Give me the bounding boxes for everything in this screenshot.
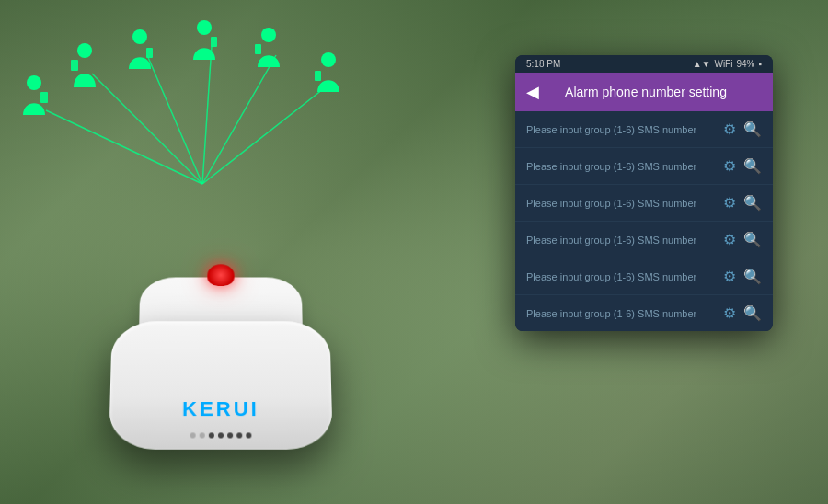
svg-point-14	[261, 28, 276, 42]
person-icon-3	[124, 28, 156, 77]
status-icons: ▲▼ WiFi 94% ▪	[693, 59, 762, 69]
gear-icon-1[interactable]: ⚙	[723, 120, 736, 138]
person-icon-1	[18, 74, 51, 123]
signal-icon: ▲▼	[693, 59, 711, 69]
led-1	[190, 432, 196, 438]
led-3	[209, 432, 214, 438]
status-time: 5:18 PM	[526, 59, 560, 69]
svg-point-6	[27, 75, 41, 90]
back-button[interactable]: ◀	[526, 82, 539, 102]
led-2	[200, 432, 205, 438]
panel-title: Alarm phone number setting	[548, 85, 762, 99]
battery-level: 94%	[736, 59, 754, 69]
device-body: KERUI	[109, 321, 333, 449]
phone-input-placeholder-2[interactable]: Please input group (1-6) SMS number	[526, 161, 716, 172]
wifi-icon: WiFi	[714, 59, 732, 69]
gear-icon-5[interactable]: ⚙	[723, 268, 736, 285]
search-icon-3[interactable]: 🔍	[743, 194, 762, 212]
svg-line-1	[92, 74, 202, 184]
svg-line-5	[202, 83, 331, 184]
phone-list-item-5: Please input group (1-6) SMS number⚙🔍	[515, 258, 773, 295]
kerui-device: KERUI	[109, 321, 333, 449]
brand-logo: KERUI	[182, 397, 259, 421]
phone-list-item-4: Please input group (1-6) SMS number⚙🔍	[515, 222, 773, 258]
svg-point-16	[321, 52, 336, 67]
svg-rect-13	[211, 37, 217, 47]
phone-list-item-6: Please input group (1-6) SMS number⚙🔍	[515, 295, 773, 331]
svg-rect-7	[40, 92, 48, 103]
person-icon-6	[313, 51, 345, 100]
svg-rect-17	[315, 71, 321, 81]
phone-panel: 5:18 PM ▲▼ WiFi 94% ▪ ◀ Alarm phone numb…	[515, 55, 773, 331]
panel-header: ◀ Alarm phone number setting	[515, 73, 773, 111]
svg-rect-15	[255, 44, 261, 54]
battery-icon: ▪	[758, 59, 762, 69]
search-icon-2[interactable]: 🔍	[743, 157, 762, 175]
phone-list-item-1: Please input group (1-6) SMS number⚙🔍	[515, 111, 773, 148]
phone-input-placeholder-5[interactable]: Please input group (1-6) SMS number	[526, 271, 716, 282]
svg-rect-9	[71, 60, 78, 71]
search-icon-1[interactable]: 🔍	[743, 120, 762, 138]
gear-icon-2[interactable]: ⚙	[723, 157, 736, 175]
search-icon-5[interactable]: 🔍	[743, 268, 762, 285]
status-bar: 5:18 PM ▲▼ WiFi 94% ▪	[515, 55, 773, 73]
phone-list-item-3: Please input group (1-6) SMS number⚙🔍	[515, 185, 773, 222]
led-4	[218, 432, 224, 438]
svg-point-8	[77, 43, 92, 58]
gear-icon-6[interactable]: ⚙	[723, 304, 736, 322]
led-5	[227, 432, 233, 438]
phone-list-item-2: Please input group (1-6) SMS number⚙🔍	[515, 148, 773, 185]
led-6	[236, 432, 242, 438]
phone-input-placeholder-4[interactable]: Please input group (1-6) SMS number	[526, 235, 716, 246]
phone-input-placeholder-6[interactable]: Please input group (1-6) SMS number	[526, 308, 716, 319]
search-icon-4[interactable]: 🔍	[743, 231, 762, 248]
svg-line-0	[46, 110, 202, 184]
led-7	[246, 432, 251, 438]
svg-rect-11	[146, 48, 153, 58]
person-icon-4	[189, 18, 221, 68]
device-leds	[190, 432, 252, 438]
gear-icon-4[interactable]: ⚙	[723, 231, 736, 248]
svg-point-10	[132, 29, 147, 44]
gear-icon-3[interactable]: ⚙	[723, 194, 736, 212]
person-icon-5	[253, 26, 285, 75]
phone-input-placeholder-3[interactable]: Please input group (1-6) SMS number	[526, 198, 716, 209]
phone-number-list: Please input group (1-6) SMS number⚙🔍Ple…	[515, 111, 773, 331]
search-icon-6[interactable]: 🔍	[743, 304, 762, 322]
phone-input-placeholder-1[interactable]: Please input group (1-6) SMS number	[526, 124, 716, 135]
svg-point-12	[197, 20, 212, 35]
person-icon-2	[69, 41, 101, 96]
alarm-light	[207, 264, 234, 286]
